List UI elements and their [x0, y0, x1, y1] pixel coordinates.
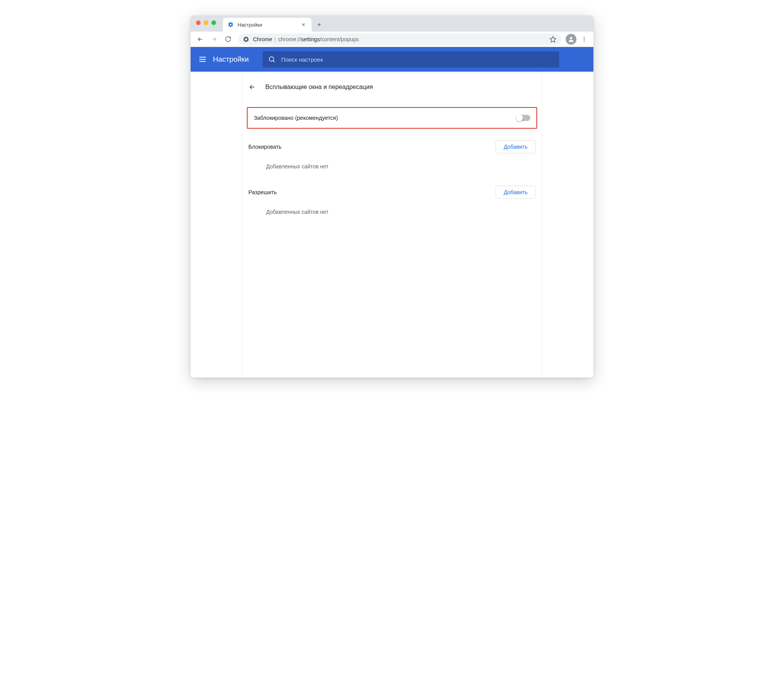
svg-point-6	[270, 57, 274, 61]
block-section-title: Блокировать	[248, 144, 281, 150]
settings-title: Настройки	[213, 55, 249, 64]
new-tab-button[interactable]	[314, 19, 325, 30]
reload-button[interactable]	[222, 34, 234, 45]
svg-point-4	[584, 39, 585, 40]
gear-icon	[228, 22, 234, 28]
svg-point-1	[245, 38, 247, 40]
browser-window: Настройки Chrome | chrome://setting	[191, 15, 593, 378]
address-bar[interactable]: Chrome | chrome://settings/content/popup…	[238, 34, 561, 45]
profile-avatar[interactable]	[566, 34, 576, 45]
block-add-button[interactable]: Добавить	[496, 140, 536, 153]
search-icon	[268, 55, 276, 63]
settings-header: Настройки	[191, 47, 593, 72]
nav-back-button[interactable]	[194, 34, 206, 45]
toggle-knob	[516, 114, 523, 121]
browser-toolbar: Chrome | chrome://settings/content/popup…	[191, 32, 593, 47]
browser-tab[interactable]: Настройки	[223, 18, 312, 32]
page-header: Всплывающие окна и переадресация	[242, 75, 542, 99]
svg-point-2	[570, 37, 572, 39]
content-column: Всплывающие окна и переадресация Заблоки…	[242, 72, 542, 378]
blocked-toggle[interactable]	[516, 115, 530, 121]
settings-card: Заблокировано (рекомендуется) Блокироват…	[242, 99, 542, 231]
kebab-menu-icon[interactable]	[579, 34, 590, 45]
allow-add-button[interactable]: Добавить	[496, 186, 536, 199]
allow-section-header: Разрешить Добавить	[247, 180, 537, 201]
allow-section-title: Разрешить	[248, 189, 277, 195]
url-text: Chrome | chrome://settings/content/popup…	[253, 36, 546, 42]
bookmark-star-icon[interactable]	[549, 36, 556, 43]
window-close-button[interactable]	[196, 20, 201, 25]
svg-point-5	[584, 40, 585, 42]
toggle-label: Заблокировано (рекомендуется)	[254, 115, 338, 121]
tab-strip: Настройки	[191, 15, 593, 32]
blocked-toggle-row: Заблокировано (рекомендуется)	[247, 107, 537, 129]
chrome-icon	[243, 36, 249, 42]
content-area: Всплывающие окна и переадресация Заблоки…	[191, 72, 593, 378]
svg-point-3	[584, 37, 585, 38]
block-empty-text: Добавленных сайтов нет	[247, 156, 537, 180]
nav-forward-button[interactable]	[208, 34, 220, 45]
window-minimize-button[interactable]	[204, 20, 208, 25]
page-title: Всплывающие окна и переадресация	[265, 84, 373, 91]
window-maximize-button[interactable]	[211, 20, 216, 25]
block-section-header: Блокировать Добавить	[247, 135, 537, 156]
tab-title: Настройки	[238, 22, 296, 28]
allow-empty-text: Добавленных сайтов нет	[247, 201, 537, 226]
back-arrow-button[interactable]	[247, 82, 258, 92]
close-icon[interactable]	[300, 21, 307, 28]
window-controls	[196, 20, 216, 25]
hamburger-menu-icon[interactable]	[198, 55, 207, 64]
settings-search[interactable]	[263, 51, 559, 67]
settings-search-input[interactable]	[281, 56, 554, 63]
